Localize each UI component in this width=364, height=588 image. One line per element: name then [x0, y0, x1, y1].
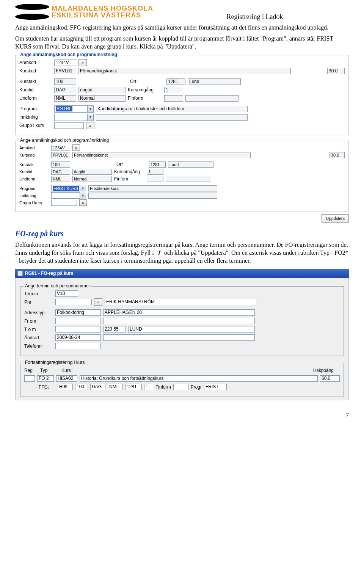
win-box2-legend: Fortsättningsregistering i kurs — [24, 360, 86, 365]
program-selected: SGTRL — [56, 106, 72, 111]
inrikt-label: Inriktning — [19, 193, 49, 198]
section2-p1: Delfunktionen används för att lägga in f… — [15, 241, 349, 265]
komg-label: Kursomgång — [114, 169, 144, 174]
kurstid-field — [51, 169, 70, 175]
inrikt-desc — [96, 114, 248, 121]
kurskod-input — [54, 68, 76, 74]
logo-icon — [15, 4, 49, 20]
undform-label: Undform — [19, 96, 52, 101]
adresstyp-field — [55, 309, 101, 316]
pnr-name — [105, 299, 256, 305]
grupp-input[interactable] — [51, 200, 77, 206]
ffg-label: FFG: — [39, 384, 55, 390]
kurstakt-label: Kurstakt — [19, 162, 49, 167]
grupp-label: Grupp i kurs — [19, 123, 52, 128]
pnr-input[interactable] — [55, 299, 92, 305]
win-box1-legend: Ange termin och personnummer — [24, 283, 91, 289]
ort-code — [166, 78, 185, 85]
termin-input[interactable] — [55, 290, 78, 297]
pnr-go-button[interactable]: » — [94, 298, 102, 306]
andrad-label: Ändrad — [24, 335, 53, 340]
kursnamn-field — [80, 375, 318, 382]
undform-field — [51, 176, 70, 182]
undform-field — [54, 95, 76, 102]
form1-legend: Ange anmälningskod och program/inriktnin… — [19, 52, 119, 57]
program-desc — [88, 185, 217, 191]
anmkod-label: Anmkod — [19, 60, 52, 65]
finform-label: Finform — [114, 176, 144, 182]
anmkod-go-button[interactable]: » — [72, 144, 80, 151]
finform-desc — [166, 176, 211, 182]
logo: MÄLARDALENS HÖGSKOLA ESKILSTUNA VÄSTERÅS — [15, 4, 153, 20]
adresstyp-label: Adresstyp — [24, 310, 53, 315]
pnr-label: Pnr — [24, 299, 53, 305]
chevron-down-icon: ▼ — [80, 185, 86, 191]
col-hp: Hskpoäng — [313, 368, 340, 373]
progr-field — [204, 384, 227, 390]
col-kurs: Kurs — [61, 368, 309, 373]
anmkod-go-button[interactable]: » — [78, 59, 87, 66]
inrikt-label: Inriktning — [19, 114, 52, 120]
ffg-finform — [173, 384, 188, 390]
finform-code — [164, 95, 183, 102]
anmkod-input[interactable] — [51, 145, 70, 151]
grupp-go-button[interactable]: » — [79, 199, 87, 206]
from-label: Fr om — [24, 318, 53, 324]
kurskod-input — [51, 152, 70, 158]
andrad-field — [55, 334, 101, 341]
chevron-down-icon: ▼ — [87, 114, 93, 121]
ffg-form — [108, 384, 123, 390]
ort-name — [168, 162, 213, 168]
window-title: RG01 - FO-reg på kurs — [25, 271, 73, 276]
grupp-go-button[interactable]: » — [86, 122, 94, 129]
tel-label: Telefonnr — [24, 343, 53, 349]
chevron-down-icon: ▼ — [87, 106, 93, 112]
kurstid-label: Kurstid — [19, 169, 49, 174]
undform-desc — [72, 176, 112, 182]
kurstid-label: Kurstid — [19, 87, 52, 93]
ffg-tid — [90, 384, 105, 390]
win-box1: Ange termin och personnummer Termin Pnr … — [20, 286, 344, 356]
points-field — [329, 152, 345, 158]
win-box2: Fortsättningsregistering i kurs Reg Typ … — [20, 363, 344, 397]
update-button[interactable]: Uppdatera — [322, 214, 349, 223]
inrikt-desc — [88, 193, 217, 199]
intro-p1: Ange anmälningskod. FFG-registrering kan… — [15, 24, 349, 32]
section-heading: FO-reg på kurs — [15, 229, 349, 238]
anmkod-input[interactable] — [54, 60, 76, 66]
andrad-extra — [103, 334, 255, 341]
kurskod-label: Kurskod — [19, 153, 49, 157]
tom-zip — [103, 326, 126, 332]
komg-field — [164, 87, 183, 93]
tel-field — [55, 343, 101, 349]
intro-p2: Om studenten har antagning till ett prog… — [15, 35, 349, 51]
finform-desc — [185, 95, 238, 102]
komg-label: Kursomgång — [128, 87, 162, 93]
program-select[interactable]: SGTRL ▼ — [54, 105, 94, 113]
col-typ: Typ — [40, 368, 57, 373]
adress-field — [103, 309, 255, 316]
program-label: Program — [19, 106, 52, 111]
kurstid-desc — [78, 87, 126, 93]
progr-label: Progr — [191, 384, 202, 390]
from-extra — [103, 318, 255, 324]
ort-label: Ort — [116, 162, 147, 167]
logo-line2: ESKILSTUNA VÄSTERÅS — [52, 12, 153, 19]
program-desc — [96, 106, 248, 112]
page-number: 7 — [15, 412, 349, 419]
inrikt-select[interactable]: ▼ — [51, 192, 86, 199]
form1-fieldset: Ange anmälningskod och program/inriktnin… — [15, 55, 349, 135]
kursnamn-field — [72, 152, 251, 158]
kurstakt-label: Kurstakt — [19, 79, 52, 84]
kurstakt-field — [51, 162, 70, 168]
anmkod-label: Anmkod — [19, 146, 49, 150]
program-label: Program — [19, 186, 49, 191]
inrikt-select[interactable]: ▼ — [54, 114, 94, 121]
points-field — [327, 68, 345, 74]
typ-field — [37, 375, 54, 382]
program-select[interactable]: FRIST KURS ▼ — [51, 185, 86, 191]
finform-code — [147, 176, 163, 182]
logo-line1: MÄLARDALENS HÖGSKOLA — [52, 5, 153, 12]
reg-input[interactable] — [24, 375, 35, 382]
grupp-input[interactable] — [54, 122, 84, 129]
